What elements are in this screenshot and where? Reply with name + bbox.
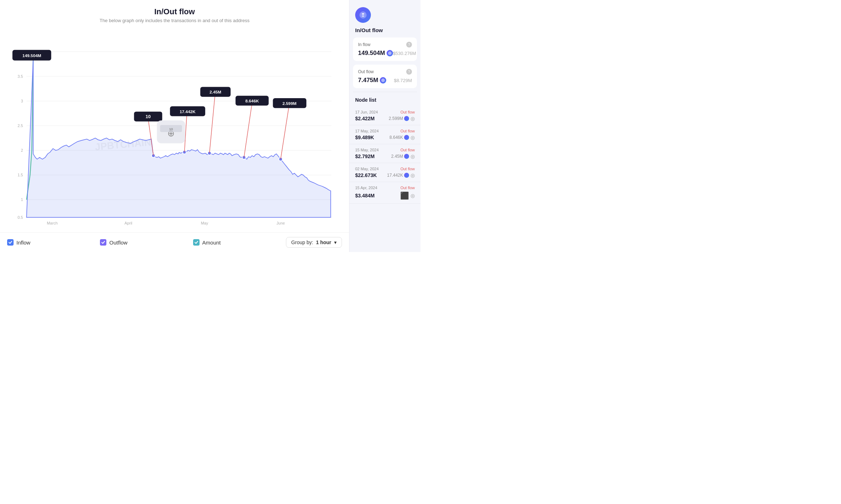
node-list-title: Node list [349, 92, 420, 106]
outflow-card: Out flow ? 7.475M $8.729M [353, 65, 417, 88]
outflow-card-label: Out flow ? [358, 69, 412, 75]
inflow-checkbox[interactable] [7, 239, 14, 246]
outflow-usd: $8.729M [394, 78, 412, 83]
node-item-0: 17 Jun, 2024 Out flow $2.422M 2.599M ◎ [349, 106, 420, 125]
outflow-help-icon[interactable]: ? [406, 69, 412, 75]
node-amount-sub-0: 2.599M [389, 116, 409, 121]
group-by-text: Group by: 1 hour [291, 240, 331, 245]
svg-text:2.5: 2.5 [17, 124, 23, 128]
outflow-label: Outflow [109, 240, 127, 246]
svg-text:149.504M: 149.504M [22, 53, 41, 58]
node-link-btn-1[interactable]: ◎ [411, 135, 415, 140]
node-flow-type-2: Out flow [401, 148, 415, 152]
group-by-selector[interactable]: Group by: 1 hour ▾ [286, 237, 342, 248]
outflow-amount: 7.475M [358, 77, 386, 84]
legend-outflow[interactable]: Outflow [100, 239, 193, 246]
svg-text:2.599M: 2.599M [282, 101, 297, 106]
chart-legend: Inflow Outflow Amount Group by: 1 hour [0, 232, 349, 252]
svg-text:2.45M: 2.45M [210, 90, 221, 95]
svg-text:June: June [276, 221, 285, 225]
node-item-1: 17 May, 2024 Out flow $9.489K 8.646K ◎ [349, 125, 420, 144]
outflow-card-main: 7.475M $8.729M [358, 77, 412, 84]
legend-amount[interactable]: Amount [193, 239, 286, 246]
page-container: In/Out flow The below graph only include… [0, 0, 420, 252]
node-item-3: 02 May, 2024 Out flow $22.673K 17.442K ◎ [349, 163, 420, 182]
token-avatar [355, 7, 371, 23]
node-amount-sub-1: 8.646K [389, 135, 409, 140]
svg-point-49 [388, 51, 392, 55]
inflow-card-label: In flow ? [358, 42, 412, 47]
node-item-2: 15 May, 2024 Out flow $2.792M 2.45M ◎ [349, 144, 420, 163]
svg-text:0.5: 0.5 [17, 215, 23, 220]
inflow-token-icon [387, 50, 393, 56]
inflow-usd: $530.276M [393, 51, 416, 56]
node-date-0: 17 Jun, 2024 [355, 110, 378, 114]
node-amount-main-0: $2.422M [355, 116, 374, 121]
node-flow-type-4: Out flow [401, 186, 415, 190]
node-token-icon-3 [404, 173, 409, 178]
legend-inflow[interactable]: Inflow [7, 239, 100, 246]
node-amount-main-1: $9.489K [355, 135, 374, 140]
node-token-icon-2 [404, 154, 409, 159]
inflow-amount: 149.504M [358, 50, 393, 57]
right-panel: In/Out flow In flow ? 149.504M $530.276M… [349, 0, 420, 252]
outflow-checkbox[interactable] [100, 239, 106, 246]
node-amount-sub-3: 17.442K [387, 173, 409, 178]
svg-text:2: 2 [21, 148, 23, 152]
chart-svg: 0.5 1 1.5 2 2.5 3 3.5 4 March April May … [7, 26, 342, 232]
inflow-card-main: 149.504M $530.276M [358, 50, 412, 57]
svg-text:17.442K: 17.442K [180, 109, 196, 114]
amount-checkbox[interactable] [193, 239, 200, 246]
node-amount-main-2: $2.792M [355, 153, 374, 159]
node-amount-sub-2: 2.45M [391, 154, 409, 159]
node-link-btn-0[interactable]: ◎ [411, 116, 415, 121]
svg-text:1: 1 [21, 197, 23, 202]
node-date-2: 15 May, 2024 [355, 148, 379, 152]
node-link-btn-2[interactable]: ◎ [411, 153, 415, 159]
node-link-btn-4[interactable]: ◎ [411, 193, 415, 198]
chevron-down-icon: ▾ [334, 240, 337, 245]
svg-line-41 [281, 105, 289, 159]
node-flow-type-0: Out flow [401, 110, 415, 114]
inflow-help-icon[interactable]: ? [406, 42, 412, 47]
node-token-icon-1 [404, 135, 409, 140]
svg-point-50 [381, 79, 385, 82]
chart-subtitle: The below graph only includes the transa… [0, 18, 349, 23]
panel-avatar-section [349, 0, 420, 27]
svg-text:10: 10 [169, 127, 173, 131]
svg-text:3: 3 [21, 99, 23, 103]
node-date-1: 17 May, 2024 [355, 129, 379, 133]
inflow-label: Inflow [16, 240, 30, 246]
svg-text:April: April [125, 221, 132, 225]
svg-text:3.5: 3.5 [17, 74, 23, 79]
svg-text:10: 10 [146, 114, 151, 119]
node-item-4: 15 Apr, 2024 Out flow $3.484M ⬛ ◎ [349, 182, 420, 204]
svg-text:8.646K: 8.646K [245, 99, 259, 104]
svg-point-48 [359, 11, 367, 19]
node-date-4: 15 Apr, 2024 [355, 186, 377, 190]
inflow-card: In flow ? 149.504M $530.276M [353, 37, 417, 61]
node-token-icon-0 [404, 116, 409, 121]
node-date-3: 02 May, 2024 [355, 167, 379, 171]
svg-text:1.5: 1.5 [17, 173, 23, 177]
node-amount-main-4: $3.484M [355, 193, 374, 198]
chart-title: In/Out flow [0, 7, 349, 16]
outflow-token-icon [380, 77, 386, 84]
svg-line-35 [210, 94, 215, 153]
chart-area: In/Out flow The below graph only include… [0, 0, 349, 252]
amount-label: Amount [202, 240, 221, 246]
node-flow-type-3: Out flow [401, 167, 415, 171]
svg-line-38 [244, 103, 252, 157]
panel-section-title: In/Out flow [349, 27, 420, 37]
svg-text:March: March [47, 221, 57, 225]
node-flow-type-1: Out flow [401, 129, 415, 133]
node-link-btn-3[interactable]: ◎ [411, 172, 415, 178]
node-amount-main-3: $22.673K [355, 172, 377, 178]
brand-logo-icon: ⬛ [400, 191, 409, 200]
chart-header: In/Out flow The below graph only include… [0, 0, 349, 26]
chart-wrapper: 0.5 1 1.5 2 2.5 3 3.5 4 March April May … [7, 26, 342, 232]
svg-text:May: May [201, 221, 208, 225]
